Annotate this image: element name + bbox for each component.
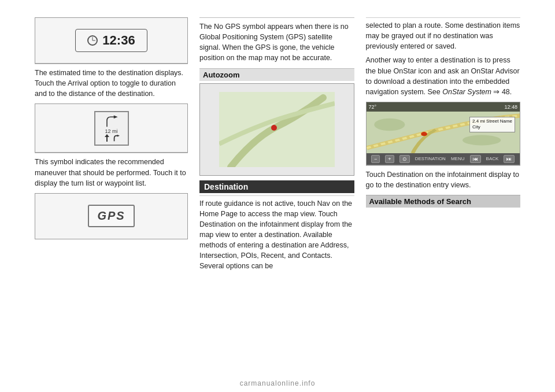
turn-bottom-icons [103, 134, 120, 142]
page-container: 12:36 The estimated time to the destinat… [0, 0, 555, 392]
autozoom-image-area [199, 83, 354, 176]
map-label-line1: 2.4 mi Street Name [472, 119, 512, 124]
map-destination-label: DESTINATION [415, 156, 446, 161]
onstar-page: 48. [502, 88, 512, 96]
map-time: 12:48 [504, 104, 517, 110]
destination-label: Destination [204, 182, 248, 191]
map-next-btn[interactable]: ⏭ [504, 155, 515, 163]
map-compass-btn[interactable]: ⊙ [399, 155, 410, 163]
onstar-link: OnStar System [442, 88, 491, 96]
map-back-label: BACK [486, 156, 499, 161]
map-header-bar: 72° 12:48 [367, 102, 520, 112]
map-controls-bar: − + ⊙ DESTINATION MENU ⏮ BACK ⏭ [367, 153, 520, 165]
turn-arrow-svg: 12 mi [100, 114, 123, 128]
map-street-label: 2.4 mi Street Name City [469, 117, 515, 132]
map-caption-block: Touch Destination on the infotainment di… [366, 165, 521, 195]
turn-image-box: 12 mi 12 mi [35, 103, 188, 153]
right-column: selected to plan a route. Some destinati… [363, 17, 521, 375]
clock-text: The estimated time to the destination di… [35, 69, 183, 98]
turn-symbol: 12 mi 12 mi [94, 111, 129, 146]
map-menu-label: MENU [451, 156, 465, 161]
clock-time: 12:36 [102, 33, 135, 48]
available-methods-label: Available Methods of Search [369, 197, 472, 206]
straight-arrow-icon [103, 134, 110, 142]
gps-image-box: GPS [35, 193, 188, 239]
destination-header: Destination [199, 180, 354, 193]
map-caption-text: Touch Destination on the infotainment di… [366, 171, 519, 189]
available-methods-header: Available Methods of Search [366, 195, 521, 208]
turn-text: This symbol indicates the recommended ma… [35, 158, 186, 187]
gps-label: GPS [97, 209, 125, 222]
clock-image-box: 12:36 [35, 17, 188, 64]
map-image: 72° 12:48 [367, 102, 520, 165]
autozoom-label: Autozoom [203, 71, 240, 79]
svg-point-6 [271, 125, 277, 131]
clock-description: The estimated time to the destination di… [35, 64, 188, 103]
destination-text: If route guidance is not active, touch N… [199, 199, 352, 271]
clock-display: 12:36 [75, 29, 147, 52]
svg-marker-0 [113, 115, 117, 118]
turn-description: This symbol indicates the recommended ma… [35, 153, 188, 193]
gps-symbol-box: GPS [88, 205, 134, 227]
gps-description-text: The No GPS symbol appears when there is … [199, 23, 349, 62]
svg-point-8 [421, 132, 427, 136]
watermark-text: carmanualonline.info [240, 379, 316, 387]
destination-cont-block: selected to plan a route. Some destinati… [366, 17, 521, 51]
map-image-box: 72° 12:48 [366, 102, 521, 165]
map-zoom-out-btn[interactable]: − [371, 155, 380, 163]
svg-marker-4 [117, 135, 119, 136]
map-label-line2: City [472, 124, 512, 130]
svg-point-9 [374, 119, 405, 131]
svg-marker-3 [105, 134, 109, 137]
destination-text-block: If route guidance is not active, touch N… [199, 195, 354, 272]
content-area: 12:36 The estimated time to the destinat… [0, 0, 555, 392]
svg-point-10 [462, 135, 500, 145]
map-zoom-in-btn[interactable]: + [385, 155, 394, 163]
right-turn-small-icon [113, 134, 120, 142]
onstar-arrow: ⇒ [491, 88, 502, 96]
mid-column: The No GPS symbol appears when there is … [197, 17, 363, 375]
autozoom-svg [219, 92, 335, 167]
autozoom-header: Autozoom [199, 68, 354, 81]
map-prev-btn[interactable]: ⏮ [470, 155, 481, 163]
map-temp: 72° [369, 104, 377, 110]
watermark: carmanualonline.info [240, 379, 316, 387]
gps-description-block: The No GPS symbol appears when there is … [199, 17, 354, 68]
turn-mi-label: 12 mi [105, 128, 117, 134]
onstar-text-block: Another way to enter a destination is to… [366, 55, 521, 97]
clock-icon [87, 35, 98, 46]
destination-cont-text: selected to plan a route. Some destinati… [366, 21, 520, 50]
left-column: 12:36 The estimated time to the destinat… [35, 17, 197, 375]
